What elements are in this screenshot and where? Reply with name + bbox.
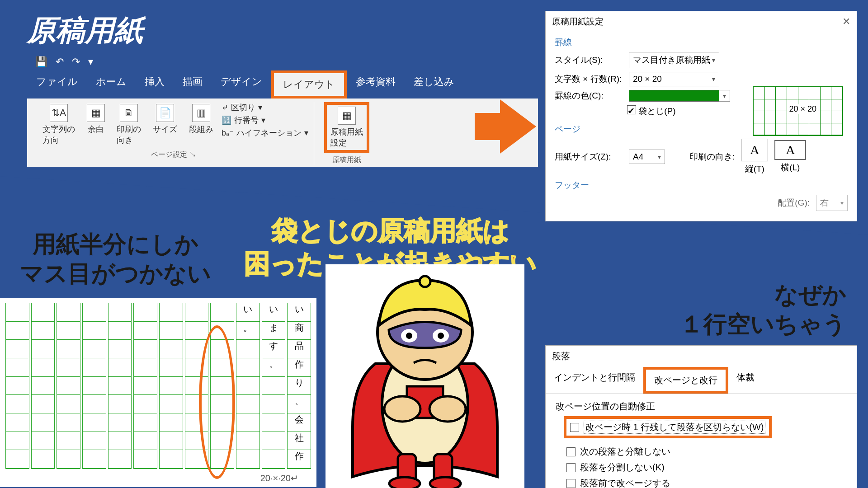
close-icon[interactable]: ✕ <box>842 16 850 28</box>
chars-rows-label: 文字数 × 行数(R): <box>555 73 623 85</box>
undo-icon[interactable]: ↶ <box>56 56 64 68</box>
margins-icon: ▦ <box>87 104 105 122</box>
keep-together-checkbox[interactable] <box>566 463 576 472</box>
oval-highlight <box>199 325 235 479</box>
section-ruled-lines: 罫線 <box>555 37 848 48</box>
chevron-down-icon[interactable]: ▾ <box>719 90 730 102</box>
breaks-icon: ⤶ <box>222 103 228 113</box>
dialog-title: 原稿用紙設定 <box>552 16 604 28</box>
tab-design[interactable]: デザイン <box>212 70 271 99</box>
svg-point-9 <box>429 396 466 422</box>
svg-point-12 <box>389 477 420 488</box>
tab-page-line-breaks[interactable]: 改ページと改行 <box>643 367 728 394</box>
paper-footer: 20·×·20↵ <box>260 473 298 483</box>
chevron-down-icon: ▾ <box>658 153 661 160</box>
widow-orphan-checkbox[interactable] <box>570 423 579 432</box>
print-orientation-label: 印刷の向き: <box>689 151 735 163</box>
left-callout-1: 用紙半分にしか マス目がつかない <box>20 230 211 288</box>
tab-file[interactable]: ファイル <box>27 70 87 99</box>
right-callout-1: なぜか １行空いちゃう <box>680 280 846 339</box>
paragraph-dialog-title: 段落 <box>546 346 857 367</box>
tab-home[interactable]: ホーム <box>87 70 136 99</box>
svg-point-7 <box>438 333 444 339</box>
fold-checkbox[interactable]: ✔ 袋とじ(P) <box>627 105 676 117</box>
hero-illustration <box>326 264 524 488</box>
chevron-down-icon: ▾ <box>840 199 844 206</box>
alignment-dropdown[interactable]: 右▾ <box>816 195 848 211</box>
group-genkou-label: 原稿用紙 <box>332 155 361 165</box>
paper-size-dropdown[interactable]: A4▾ <box>629 150 665 164</box>
ribbon-tabs: ファイル ホーム 挿入 描画 デザイン レイアウト 参考資料 差し込み <box>27 70 538 99</box>
tab-mailings[interactable]: 差し込み <box>405 70 463 99</box>
text-direction-button[interactable]: ⇅A文字列の 方向 <box>39 102 79 147</box>
tab-layout[interactable]: レイアウト <box>271 70 347 99</box>
genkou-settings-button[interactable]: ▦原稿用紙 設定 <box>324 102 369 153</box>
svg-point-3 <box>420 276 430 287</box>
group-page-setup-label: ページ設定 ↘ <box>151 150 196 160</box>
svg-point-5 <box>406 333 412 339</box>
dialog-launcher-icon[interactable]: ↘ <box>189 150 196 158</box>
chevron-down-icon: ▾ <box>712 75 715 83</box>
grid-preview-label: 20 × 20 <box>787 104 818 114</box>
size-icon: 📄 <box>156 104 174 122</box>
line-color-swatch[interactable] <box>629 90 719 102</box>
style-dropdown[interactable]: マス目付き原稿用紙▾ <box>629 52 719 68</box>
keep-with-next-checkbox[interactable] <box>566 447 576 456</box>
page-title: 原稿用紙 <box>27 11 143 50</box>
section-header-footer: フッター <box>555 179 848 191</box>
orientation-icon: 🗎 <box>120 104 138 122</box>
alignment-label: 配置(G): <box>778 197 810 209</box>
tab-indent-spacing[interactable]: インデントと行間隔 <box>546 367 643 394</box>
orientation-button[interactable]: 🗎印刷の 向き <box>113 102 145 147</box>
word-ribbon: 💾 ↶ ↷ ▾ ファイル ホーム 挿入 描画 デザイン レイアウト 参考資料 差… <box>27 53 538 167</box>
breaks-button[interactable]: ⤶区切り▾ <box>222 102 308 113</box>
svg-point-8 <box>384 396 420 422</box>
redo-icon[interactable]: ↷ <box>72 56 80 68</box>
chars-rows-dropdown[interactable]: 20 × 20▾ <box>629 72 719 86</box>
columns-button[interactable]: ▥段組み <box>185 102 217 136</box>
hyphenation-icon: bₐ⁻ <box>222 128 234 138</box>
chevron-down-icon: ▾ <box>712 56 715 64</box>
genkou-icon: ▦ <box>338 107 356 125</box>
columns-icon: ▥ <box>192 104 210 122</box>
save-icon[interactable]: 💾 <box>35 56 47 68</box>
margins-button[interactable]: ▦余白 <box>83 102 108 136</box>
qat-more-icon[interactable]: ▾ <box>88 56 93 68</box>
genkou-paper-sample: い。います。い商品作り、会社作 20·×·20↵ <box>0 298 316 487</box>
tab-draw[interactable]: 描画 <box>174 70 212 99</box>
pagination-section-label: 改ページ位置の自動修正 <box>556 400 847 413</box>
genkou-dialog: 原稿用紙設定 ✕ 罫線 スタイル(S): マス目付き原稿用紙▾ 文字数 × 行数… <box>545 11 857 221</box>
tab-asian-typography[interactable]: 体裁 <box>728 367 763 394</box>
hyphenation-button[interactable]: bₐ⁻ハイフネーション▾ <box>222 127 308 138</box>
line-color-label: 罫線の色(C): <box>555 90 623 102</box>
tab-references[interactable]: 参考資料 <box>347 70 405 99</box>
svg-point-13 <box>430 477 461 488</box>
paragraph-dialog: 段落 インデントと行間隔 改ページと改行 体裁 改ページ位置の自動修正 改ページ… <box>545 345 857 488</box>
page-break-before-checkbox[interactable] <box>566 479 576 488</box>
tab-insert[interactable]: 挿入 <box>136 70 174 99</box>
paper-size-label: 用紙サイズ(Z): <box>555 151 623 163</box>
line-numbers-button[interactable]: 🔢行番号▾ <box>222 115 308 126</box>
landscape-button[interactable]: A <box>774 140 806 160</box>
size-button[interactable]: 📄サイズ <box>149 102 181 136</box>
style-label: スタイル(S): <box>555 54 623 66</box>
line-numbers-icon: 🔢 <box>222 115 231 125</box>
arrow-head-icon <box>500 99 536 154</box>
text-direction-icon: ⇅A <box>50 104 68 122</box>
portrait-button[interactable]: A <box>741 139 768 161</box>
